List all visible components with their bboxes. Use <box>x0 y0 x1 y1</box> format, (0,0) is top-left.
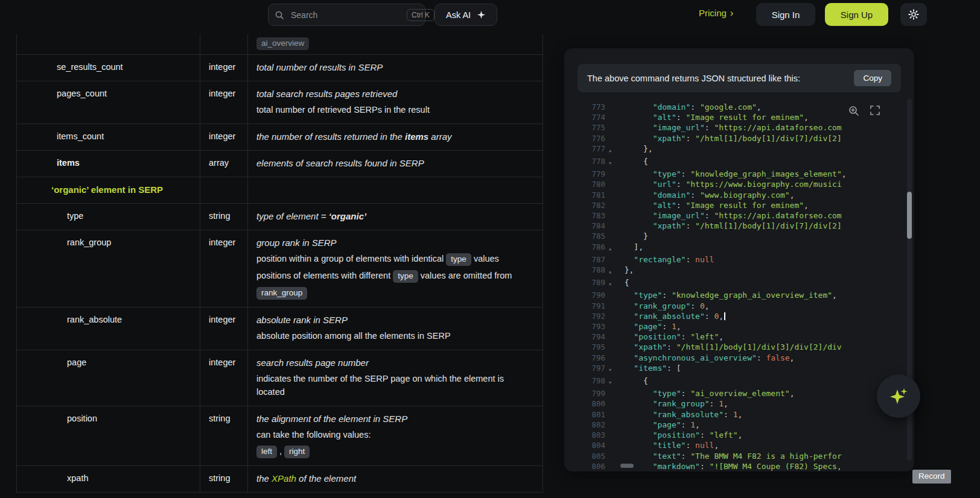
fold-arrow-icon[interactable]: ▼ <box>605 277 615 290</box>
line-number: 773 <box>579 102 605 112</box>
fold-spacer <box>605 254 615 265</box>
settings-button[interactable] <box>900 3 927 26</box>
fold-arrow-icon[interactable]: ▼ <box>605 376 615 388</box>
table-row: se_results_countintegertotal number of r… <box>17 55 542 81</box>
field-description: type of element = ‘organic’ <box>248 204 542 230</box>
fullscreen-icon[interactable] <box>870 105 880 117</box>
fold-arrow-icon[interactable]: ▲ <box>605 265 615 277</box>
code-text: "rank_group": 0, <box>615 301 710 311</box>
description-line: total number of retrieved SERPs in the r… <box>256 103 533 116</box>
desc-text: values <box>471 254 499 263</box>
desc-text: items <box>405 131 428 142</box>
desc-text: elements of search results found in SERP <box>256 158 424 168</box>
code-line: 780 "url": "https://www.biography.com/mu… <box>579 179 914 189</box>
desc-text: absolute rank in SERP <box>256 315 348 325</box>
code-text: "xpath": "/html[1]/body[1]/div[3]/div[2]… <box>615 342 842 352</box>
field-name: se_results_count <box>17 55 200 81</box>
desc-text: total number of retrieved SERPs in the r… <box>256 105 430 115</box>
code-line: 800 "rank_group": 1, <box>579 399 914 409</box>
code-panel: The above command returns JSON structure… <box>564 48 914 471</box>
code-line: 792 "rank_absolute": 0, <box>579 311 914 321</box>
line-number: 783 <box>579 210 605 221</box>
line-number: 775 <box>579 122 605 133</box>
xpath-link[interactable]: XPath <box>272 473 296 484</box>
inline-code-chip: left <box>256 446 277 458</box>
field-type: integer <box>200 55 248 81</box>
desc-text: values are omitted from <box>418 271 512 280</box>
description-line: indicates the number of the SERP page on… <box>256 372 533 399</box>
code-line: 784 "xpath": "/html[1]/body[1]/div[7]/di… <box>579 221 914 231</box>
description-line: the XPath of the element <box>256 472 533 485</box>
field-type: string <box>200 406 248 465</box>
line-number: 795 <box>579 342 605 352</box>
topbar: Ctrl K Ask AI Pricing › Sign In Sign Up <box>0 0 980 29</box>
desc-text: , <box>277 446 284 456</box>
line-number: 789 <box>579 277 605 290</box>
sign-in-button[interactable]: Sign In <box>756 3 815 26</box>
fold-arrow-icon[interactable]: ▼ <box>605 363 615 376</box>
field-name: xpath <box>17 466 200 492</box>
code-line: 802 "page": 1, <box>579 420 914 430</box>
ai-assistant-button[interactable] <box>877 374 920 418</box>
code-text: "title": null, <box>615 440 719 450</box>
code-line: 786▲ ], <box>579 242 914 254</box>
code-text: "alt": "Image result for eminem", <box>615 112 809 122</box>
code-text: "type": "knowledge_graph_images_element"… <box>615 169 847 179</box>
search-shortcut: Ctrl K <box>407 9 434 21</box>
fold-spacer <box>605 112 615 122</box>
line-number: 793 <box>579 321 605 332</box>
desc-text: of the element <box>296 473 356 484</box>
desc-text: total search results pages retrieved <box>256 89 397 99</box>
horizontal-scrollbar-thumb[interactable] <box>620 464 634 468</box>
ask-ai-button[interactable]: Ask AI <box>434 4 497 26</box>
field-type: integer <box>200 350 248 406</box>
code-line: 789▼ { <box>579 277 914 290</box>
pricing-link[interactable]: Pricing › <box>699 8 734 18</box>
vertical-scrollbar-thumb[interactable] <box>907 192 912 239</box>
code-text: "rank_group": 1, <box>615 399 728 409</box>
copy-button[interactable]: Copy <box>854 70 891 86</box>
line-number: 790 <box>579 290 605 300</box>
horizontal-scrollbar[interactable] <box>579 464 900 468</box>
fold-arrow-icon[interactable]: ▲ <box>605 143 615 156</box>
description-line: left , right <box>256 444 533 458</box>
chevron-right-icon: › <box>730 8 734 17</box>
inline-code-chip: type <box>393 270 418 283</box>
fold-arrow-icon[interactable]: ▲ <box>605 242 615 254</box>
field-name: rank_absolute <box>17 307 200 350</box>
fold-spacer <box>605 420 615 430</box>
table-row: typestringtype of element = ‘organic’ <box>17 204 542 230</box>
line-number: 802 <box>579 420 605 430</box>
fold-spacer <box>605 179 615 189</box>
inline-code-chip: right <box>284 446 310 458</box>
code-text: "image_url": "https://api.dataforseo.com <box>615 210 842 221</box>
code-text: "domain": "google.com", <box>615 102 762 112</box>
search-box[interactable]: Ctrl K <box>268 4 425 26</box>
field-description: total search results pages retrievedtota… <box>248 81 542 124</box>
desc-text: total number of results in SERP <box>256 62 383 72</box>
code-text: }, <box>615 265 634 277</box>
line-number: 781 <box>579 190 605 200</box>
sign-up-button[interactable]: Sign Up <box>825 3 888 26</box>
code-line: 787 "rectangle": null <box>579 254 914 265</box>
pricing-label: Pricing <box>699 8 727 18</box>
text-caret <box>724 312 725 320</box>
table-row: items_countintegerthe number of results … <box>17 124 542 151</box>
code-line: 776 "xpath": "/html[1]/body[1]/div[7]/di… <box>579 133 914 143</box>
desc-text: type of element = <box>256 211 329 221</box>
description-line: total number of results in SERP <box>256 61 533 74</box>
desc-text: the <box>256 473 272 484</box>
code-line: 804 "title": null, <box>579 440 914 450</box>
fold-arrow-icon[interactable]: ▼ <box>605 156 615 169</box>
fold-spacer <box>605 342 615 352</box>
sparkle-icon <box>888 385 909 407</box>
search-input[interactable] <box>290 10 401 20</box>
code-line: 775 "image_url": "https://api.dataforseo… <box>579 122 914 133</box>
code-line: 790 "type": "knowledge_graph_ai_overview… <box>579 290 914 300</box>
code-line: 778▼ { <box>579 156 914 169</box>
line-number: 774 <box>579 112 605 122</box>
zoom-in-icon[interactable] <box>848 105 860 117</box>
fold-spacer <box>605 321 615 332</box>
description-line: group rank in SERP <box>256 236 533 249</box>
code-text: { <box>615 277 629 290</box>
